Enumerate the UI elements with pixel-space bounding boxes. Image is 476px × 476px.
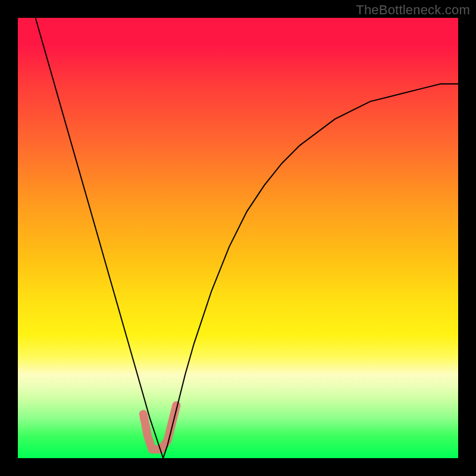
bottleneck-curve-path [36,18,458,458]
plot-area [18,18,458,458]
curve-layer [18,18,458,458]
chart-container: TheBottleneck.com [0,0,476,476]
watermark-text: TheBottleneck.com [356,2,470,18]
